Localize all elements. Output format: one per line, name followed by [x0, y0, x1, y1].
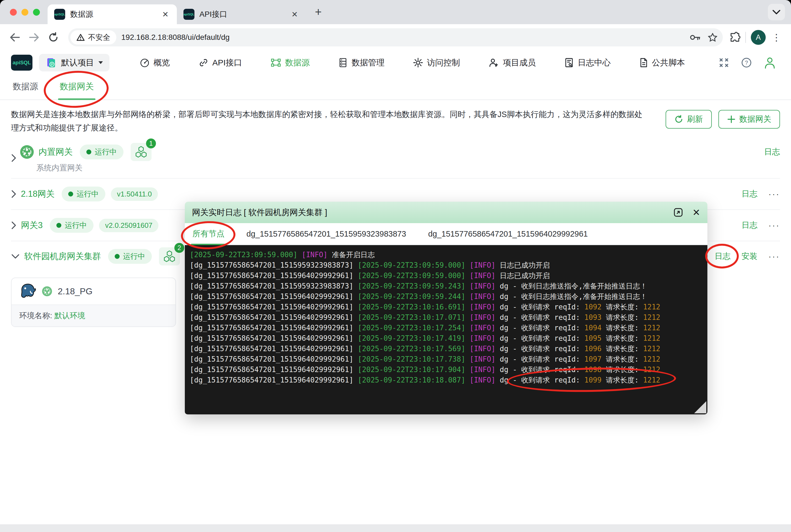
nav-item-datamgmt[interactable]: 数据管理: [338, 57, 385, 69]
window-controls: [0, 9, 48, 16]
log-link-cluster[interactable]: 日志: [715, 251, 731, 262]
log-line: [dg_1515776586547201_1515959323983873] […: [190, 260, 702, 270]
log-terminal[interactable]: [2025-09-22T23:09:59.000] [INFO] 准备开启日志[…: [185, 245, 707, 414]
resize-handle[interactable]: [694, 401, 706, 413]
log-link[interactable]: 日志: [741, 189, 757, 200]
annotated-log-segment: 收到请求 reqId: 1099 请求长度: 1212: [521, 375, 660, 385]
security-label: 不安全: [88, 33, 110, 42]
gateway-name[interactable]: 网关3: [21, 220, 43, 231]
nav-item-logcenter[interactable]: 日志中心: [564, 57, 611, 69]
install-link[interactable]: 安装: [741, 251, 757, 262]
minimize-window-button[interactable]: [21, 9, 28, 16]
new-tab-button[interactable]: +: [312, 6, 325, 18]
nav-item-api[interactable]: API接口: [199, 57, 242, 69]
back-button[interactable]: [6, 29, 23, 45]
nav-item-members[interactable]: 项目成员: [489, 57, 536, 69]
browser-tab-datasource[interactable]: apiSQL 数据源 ✕: [48, 4, 177, 24]
node-cluster-chip[interactable]: 2: [159, 247, 180, 265]
nav-label: 概览: [153, 57, 170, 69]
chevron-down-icon[interactable]: [11, 254, 20, 259]
maximize-window-button[interactable]: [33, 9, 40, 16]
close-icon[interactable]: ✕: [693, 207, 700, 218]
status-badge: 运行中: [108, 249, 152, 264]
builtin-gateway-icon: [20, 145, 34, 159]
svg-text:?: ?: [745, 60, 748, 66]
extensions-puzzle-icon[interactable]: [730, 32, 740, 43]
gateway-subtitle: 系统内置网关: [36, 163, 780, 173]
password-key-icon[interactable]: [690, 33, 701, 41]
user-icon[interactable]: [764, 57, 776, 69]
browser-profile-avatar[interactable]: A: [751, 30, 766, 45]
log-line: [dg_1515776586547201_1515964029992961] […: [190, 333, 702, 343]
node-count-badge: 2: [174, 243, 184, 253]
tab-search-button[interactable]: [768, 4, 785, 20]
window-bottom-edge: [0, 524, 791, 532]
nav-item-access[interactable]: 访问控制: [413, 57, 460, 69]
status-badge: 运行中: [50, 218, 93, 233]
fullscreen-icon[interactable]: [719, 58, 729, 68]
nav-item-scripts[interactable]: 公共脚本: [639, 57, 685, 69]
add-gateway-button[interactable]: 数据网关: [718, 110, 780, 129]
tab-node-1[interactable]: dg_1515776586547201_1515959323983873: [246, 229, 406, 239]
gateway-name[interactable]: 内置网关: [38, 146, 73, 158]
more-actions-icon[interactable]: ···: [769, 221, 780, 230]
more-actions-icon[interactable]: ···: [769, 252, 780, 261]
nav-item-overview[interactable]: 概览: [140, 57, 170, 69]
project-selector[interactable]: P 默认项目: [39, 54, 109, 72]
forward-button[interactable]: [26, 29, 42, 45]
chevron-right-icon[interactable]: [11, 221, 17, 230]
reload-icon: [48, 32, 59, 43]
log-link[interactable]: 日志: [764, 147, 780, 157]
back-arrow-icon: [10, 33, 20, 42]
log-line: [dg_1515776586547201_1515964029992961] […: [190, 354, 702, 364]
status-dot: [86, 150, 91, 154]
project-name: 默认项目: [61, 57, 94, 69]
close-tab-icon[interactable]: ✕: [290, 10, 299, 19]
nav-item-datasource[interactable]: 数据源: [271, 57, 310, 69]
realtime-log-modal: 网关实时日志 [ 软件园机房网关集群 ] ✕ 所有节点 dg_151577658…: [185, 202, 707, 414]
log-link[interactable]: 日志: [741, 220, 757, 231]
tab-node-2[interactable]: dg_1515776586547201_1515964029992961: [428, 229, 588, 239]
more-actions-icon[interactable]: ···: [769, 189, 780, 199]
reload-button[interactable]: [45, 29, 61, 45]
chevron-right-icon[interactable]: [11, 190, 17, 198]
tab-datasource[interactable]: 数据源: [11, 76, 40, 99]
close-tab-icon[interactable]: ✕: [161, 10, 170, 19]
caret-down-icon: [98, 61, 104, 64]
nav-label: 访问控制: [427, 57, 460, 69]
url-text[interactable]: 192.168.2.18:8088/ui/default/dg: [121, 33, 685, 42]
help-icon[interactable]: ?: [741, 57, 752, 68]
browser-tab-api[interactable]: apiSQL API接口 ✕: [177, 4, 306, 24]
datasource-card[interactable]: 2.18_PG 环境名称:默认环境: [11, 278, 176, 327]
modal-header: 网关实时日志 [ 软件园机房网关集群 ] ✕: [185, 202, 707, 223]
log-line: [2025-09-22T23:09:59.000] [INFO] 准备开启日志: [190, 249, 702, 260]
expand-icon[interactable]: [673, 207, 683, 217]
address-bar[interactable]: 不安全 192.168.2.18:8088/ui/default/dg: [68, 28, 723, 46]
log-line: [dg_1515776586547201_1515964029992961] […: [190, 364, 702, 375]
tab-all-nodes[interactable]: 所有节点: [192, 228, 224, 239]
datasource-title: 2.18_PG: [58, 286, 92, 297]
browser-menu-icon[interactable]: ⋮: [769, 32, 785, 43]
gateway-description: 数据网关是连接本地数据库与外部网络的桥梁，部署后即可实现与本地数据库的紧密对接，…: [11, 108, 649, 135]
log-line: [dg_1515776586547201_1515964029992961] […: [190, 323, 702, 333]
nav-label: 日志中心: [577, 57, 611, 69]
tab-data-gateway[interactable]: 数据网关: [58, 76, 95, 99]
browser-toolbar: 不安全 192.168.2.18:8088/ui/default/dg A ⋮: [0, 24, 791, 51]
log-line: [dg_1515776586547201_1515964029992961] […: [190, 270, 702, 281]
chevron-right-icon[interactable]: [11, 154, 17, 163]
log-line: [dg_1515776586547201_1515964029992961] […: [190, 343, 702, 354]
gateway-name[interactable]: 软件园机房网关集群: [24, 251, 101, 262]
refresh-button[interactable]: 刷新: [666, 110, 712, 129]
node-count-badge: 1: [146, 138, 156, 148]
gateway-name[interactable]: 2.18网关: [21, 188, 54, 200]
nav-label: API接口: [212, 57, 242, 69]
cabinet-icon: [338, 58, 348, 68]
node-cluster-chip[interactable]: 1: [131, 143, 151, 161]
modal-title: 网关实时日志 [ 软件园机房网关集群 ]: [192, 207, 327, 218]
security-chip[interactable]: 不安全: [70, 30, 116, 44]
apisql-logo[interactable]: apiSQL: [11, 55, 33, 71]
svg-text:P: P: [51, 62, 53, 66]
bookmark-star-icon[interactable]: [708, 33, 717, 42]
close-window-button[interactable]: [10, 9, 17, 16]
forward-arrow-icon: [29, 33, 40, 42]
